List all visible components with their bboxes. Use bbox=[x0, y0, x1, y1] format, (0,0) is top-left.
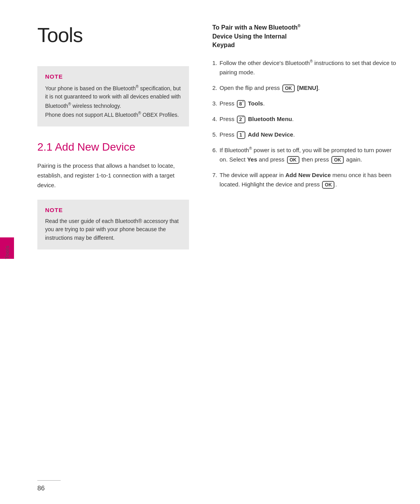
step-content-6: If Bluetooth® power is set to off, you w… bbox=[220, 146, 397, 164]
note-text-2: Read the user guide of each Bluetooth® a… bbox=[45, 217, 181, 242]
note-box-2: NOTE Read the user guide of each Bluetoo… bbox=[37, 200, 189, 249]
step-num-2: 2. bbox=[212, 83, 217, 93]
ok-key-badge-3: OK bbox=[331, 156, 344, 164]
step-6: 6. If Bluetooth® power is set to off, yo… bbox=[212, 146, 397, 164]
step-num-5: 5. bbox=[212, 130, 217, 139]
note-text-1: Your phone is based on the Bluetooth® sp… bbox=[45, 84, 181, 119]
ok-key-badge-2: OK bbox=[287, 156, 299, 164]
steps-list: 1. Follow the other device's Bluetooth® … bbox=[212, 58, 397, 189]
step-content-2: Open the flip and press OK [MENU]. bbox=[220, 83, 397, 93]
step-7: 7. The device will appear in Add New Dev… bbox=[212, 170, 397, 189]
note-label-1: NOTE bbox=[45, 73, 181, 80]
step-4: 4. Press 2° Bluetooth Menu. bbox=[212, 114, 397, 124]
step-content-1: Follow the other device's Bluetooth® ins… bbox=[220, 58, 397, 77]
key-1-badge: 1' bbox=[237, 131, 245, 139]
page-title: Tools bbox=[37, 23, 189, 47]
page-container: Tools Tools NOTE Your phone is based on … bbox=[0, 0, 420, 504]
step-num-3: 3. bbox=[212, 99, 217, 108]
left-column: Tools NOTE Your phone is based on the Bl… bbox=[37, 23, 205, 481]
note-box-1: NOTE Your phone is based on the Bluetoot… bbox=[37, 66, 189, 126]
note-label-2: NOTE bbox=[45, 207, 181, 213]
key-8-badge: 8* bbox=[237, 100, 245, 108]
right-column-heading: To Pair with a New Bluetooth®Device Usin… bbox=[212, 23, 397, 50]
page-number: 86 bbox=[37, 485, 397, 492]
step-5: 5. Press 1' Add New Device. bbox=[212, 130, 397, 139]
step-2: 2. Open the flip and press OK [MENU]. bbox=[212, 83, 397, 93]
right-column: To Pair with a New Bluetooth®Device Usin… bbox=[205, 23, 397, 481]
ok-key-badge-1: OK bbox=[282, 84, 295, 92]
section-heading: 2.1 Add New Device bbox=[37, 140, 189, 154]
sidebar-label: Tools bbox=[4, 245, 10, 259]
step-1: 1. Follow the other device's Bluetooth® … bbox=[212, 58, 397, 77]
step-num-6: 6. bbox=[212, 146, 217, 155]
step-num-1: 1. bbox=[212, 58, 217, 68]
step-content-7: The device will appear in Add New Device… bbox=[220, 170, 397, 189]
step-3: 3. Press 8* Tools. bbox=[212, 99, 397, 108]
ok-key-badge-4: OK bbox=[322, 181, 334, 189]
footer-line bbox=[37, 480, 61, 481]
sidebar-tab: Tools bbox=[0, 0, 14, 504]
main-content: Tools NOTE Your phone is based on the Bl… bbox=[14, 0, 420, 504]
key-2-badge: 2° bbox=[237, 116, 245, 123]
step-content-5: Press 1' Add New Device. bbox=[220, 130, 397, 139]
step-num-7: 7. bbox=[212, 170, 217, 180]
step-num-4: 4. bbox=[212, 114, 217, 124]
body-text: Pairing is the process that allows a han… bbox=[37, 161, 189, 190]
step-content-3: Press 8* Tools. bbox=[220, 99, 397, 108]
step-content-4: Press 2° Bluetooth Menu. bbox=[220, 114, 397, 124]
page-footer: 86 bbox=[14, 480, 420, 492]
